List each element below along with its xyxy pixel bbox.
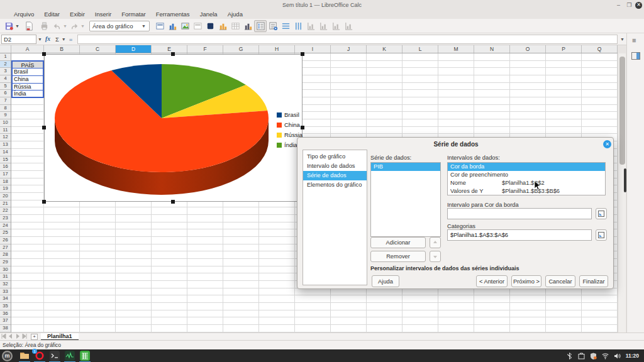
column-header-A[interactable]: A — [11, 45, 44, 53]
sum-icon[interactable]: Σ — [53, 36, 62, 43]
menu-janela[interactable]: Janela — [195, 10, 223, 19]
row-header-28[interactable]: 28 — [0, 251, 11, 259]
column-header-N[interactable]: N — [474, 45, 510, 53]
row-header-23[interactable]: 23 — [0, 215, 11, 222]
row-header-17[interactable]: 17 — [0, 171, 11, 178]
menu-ajuda[interactable]: Ajuda — [223, 10, 248, 19]
legend-entry-Brasil[interactable]: Brasil — [277, 111, 299, 118]
range-row-valores-de-y[interactable]: Valores de Y$Planilha1.$B$3:$B$6 — [448, 187, 605, 195]
legend-entry-Índia[interactable]: Índia — [277, 141, 297, 148]
range-row-cor-da-borda[interactable]: Cor da borda — [448, 163, 605, 171]
x-axis-grid-icon[interactable] — [330, 20, 342, 32]
row-header-2[interactable]: 2 — [0, 61, 11, 69]
taskbar-app-files[interactable] — [19, 351, 30, 361]
row-header-20[interactable]: 20 — [0, 193, 11, 200]
sheet-tab[interactable]: Planilha1 — [41, 333, 79, 341]
row-header-37[interactable]: 37 — [0, 317, 11, 325]
row-header-35[interactable]: 35 — [0, 303, 11, 310]
chart-type-icon[interactable] — [166, 20, 179, 32]
cancel-button[interactable]: Cancelar — [545, 275, 575, 287]
menu-exibir[interactable]: Exibir — [65, 10, 90, 19]
column-header-H[interactable]: H — [259, 45, 295, 53]
add-sheet-button[interactable]: + — [31, 334, 38, 340]
column-header-K[interactable]: K — [367, 45, 402, 53]
first-sheet-icon[interactable] — [0, 333, 7, 340]
row-header-8[interactable]: 8 — [0, 105, 11, 112]
y-axis-icon[interactable] — [317, 20, 330, 32]
data-table-icon[interactable] — [179, 20, 191, 32]
selection-handle[interactable] — [171, 200, 175, 204]
dialog-close-icon[interactable]: ✕ — [603, 140, 611, 148]
categories-input[interactable]: $Planilha1.$A$3:$A$6 — [447, 229, 592, 241]
add-button[interactable]: Adicionar — [370, 237, 426, 248]
menu-inserir[interactable]: Inserir — [90, 10, 116, 19]
series-item-PIB[interactable]: PIB — [371, 163, 440, 171]
column-header-C[interactable]: C — [80, 45, 116, 53]
row-header-26[interactable]: 26 — [0, 237, 11, 244]
name-box[interactable]: D2 — [1, 35, 36, 44]
row-header-3[interactable]: 3 — [0, 68, 11, 75]
selection-handle[interactable] — [171, 52, 175, 56]
move-up-button[interactable] — [430, 237, 441, 248]
undo-dropdown-icon[interactable]: ▼ — [63, 24, 68, 28]
redo-icon[interactable] — [68, 20, 80, 32]
tray-applet-box-icon[interactable] — [578, 353, 585, 359]
row-header-36[interactable]: 36 — [0, 310, 11, 318]
range-row-cor-de-preenchimento[interactable]: Cor de preenchimento — [448, 171, 605, 179]
data-ranges-listbox[interactable]: Cor da bordaCor de preenchimentoNome$Pla… — [447, 162, 606, 195]
column-header-M[interactable]: M — [438, 45, 474, 53]
back-button[interactable]: < Anterior — [476, 275, 508, 287]
x-axis-icon[interactable] — [304, 20, 317, 32]
column-header-F[interactable]: F — [187, 45, 223, 53]
wizard-step-elementos-do-gráfico[interactable]: Elementos do gráfico — [303, 180, 367, 190]
data-in-rows-icon[interactable] — [216, 20, 229, 32]
help-button[interactable]: Ajuda — [372, 275, 399, 287]
range-row-nome[interactable]: Nome$Planilha1.$B$2 — [448, 179, 605, 187]
chart-area-icon[interactable] — [204, 20, 216, 32]
row-header-4[interactable]: 4 — [0, 75, 11, 83]
y-axis-grid-icon[interactable] — [342, 20, 355, 32]
vertical-scrollbar-thumb[interactable] — [619, 57, 625, 165]
save-dropdown-icon[interactable]: ▼ — [15, 24, 20, 28]
border-color-range-input[interactable] — [447, 208, 592, 219]
selection-handle[interactable] — [301, 126, 304, 129]
column-header-P[interactable]: P — [546, 45, 582, 53]
row-header-21[interactable]: 21 — [0, 200, 11, 208]
selector-dropdown-icon[interactable]: ▼ — [142, 24, 147, 28]
selection-handle[interactable] — [42, 52, 46, 56]
undo-icon[interactable] — [50, 20, 63, 32]
formula-bar-expand-icon[interactable]: ▼ — [620, 37, 626, 41]
wizard-step-tipo-de-gráfico[interactable]: Tipo de gráfico — [303, 152, 367, 162]
row-header-25[interactable]: 25 — [0, 229, 11, 237]
row-header-19[interactable]: 19 — [0, 185, 11, 193]
vertical-scrollbar[interactable] — [618, 53, 626, 332]
legend-format-icon[interactable] — [267, 20, 279, 32]
row-header-38[interactable]: 38 — [0, 325, 11, 332]
row-header-10[interactable]: 10 — [0, 119, 11, 127]
row-header-24[interactable]: 24 — [0, 222, 11, 230]
chart-element-selector[interactable]: Área do gráfico▼ — [89, 21, 150, 31]
row-header-11[interactable]: 11 — [0, 127, 11, 134]
horizontal-grids-icon[interactable] — [279, 20, 292, 32]
3d-view-icon[interactable] — [242, 20, 254, 32]
save-icon[interactable] — [3, 20, 15, 32]
tray-volume-icon[interactable] — [614, 353, 621, 359]
sidebar-toggle-icon[interactable] — [631, 52, 640, 61]
prev-sheet-icon[interactable] — [7, 333, 14, 340]
remove-button[interactable]: Remover — [370, 251, 426, 262]
legend-entry-China[interactable]: China — [277, 121, 300, 128]
input-line[interactable] — [77, 35, 618, 44]
row-header-13[interactable]: 13 — [0, 141, 11, 149]
menu-editar[interactable]: Editar — [39, 10, 65, 19]
tray-wifi-icon[interactable] — [602, 353, 609, 359]
finish-button[interactable]: Finalizar — [579, 275, 608, 287]
column-header-O[interactable]: O — [510, 45, 546, 53]
shrink-button[interactable] — [596, 208, 607, 219]
print-icon[interactable] — [38, 20, 50, 32]
pie-chart[interactable] — [45, 55, 303, 202]
row-header-15[interactable]: 15 — [0, 156, 11, 164]
hamburger-icon[interactable]: ≡ — [632, 36, 636, 44]
row-header-30[interactable]: 30 — [0, 266, 11, 274]
menu-formatar[interactable]: Formatar — [116, 10, 151, 19]
column-header-G[interactable]: G — [223, 45, 259, 53]
